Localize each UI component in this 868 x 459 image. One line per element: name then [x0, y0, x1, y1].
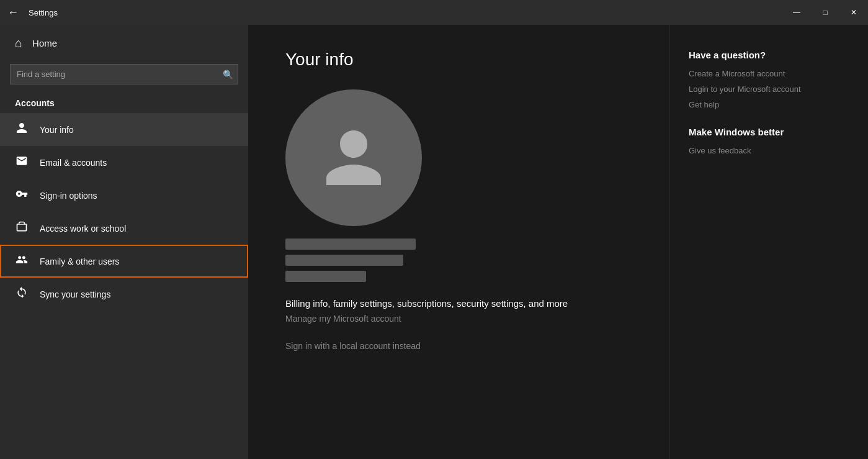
sidebar-item-access-work[interactable]: Access work or school	[0, 212, 248, 245]
have-question-title: Have a question?	[689, 50, 849, 60]
titlebar: ← Settings — □ ✕	[0, 0, 868, 25]
content-area: Your info Billing info, family settings,…	[248, 25, 669, 459]
avatar	[285, 89, 422, 226]
close-button[interactable]: ✕	[839, 0, 868, 25]
avatar-person-icon	[320, 124, 388, 192]
home-icon: ⌂	[15, 36, 22, 50]
family-icon	[15, 253, 29, 269]
right-panel: Have a question? Create a Microsoft acco…	[669, 25, 868, 459]
window-controls: — □ ✕	[782, 0, 868, 25]
sidebar: ⌂ Home 🔍 Accounts Your info Email & acco…	[0, 25, 248, 459]
make-better-title: Make Windows better	[689, 127, 849, 137]
search-icon: 🔍	[223, 70, 233, 80]
have-question-section: Have a question? Create a Microsoft acco…	[689, 50, 849, 109]
profile-section: Billing info, family settings, subscript…	[285, 89, 632, 351]
key-icon	[15, 188, 29, 203]
get-help-link[interactable]: Get help	[689, 100, 849, 109]
redacted-email-bar	[285, 255, 403, 266]
sidebar-item-your-info[interactable]: Your info	[0, 113, 248, 146]
search-input[interactable]	[10, 64, 238, 84]
sidebar-item-sync[interactable]: Sync your settings	[0, 278, 248, 311]
page-title: Your info	[285, 50, 632, 70]
maximize-button[interactable]: □	[811, 0, 839, 25]
sidebar-label-sync: Sync your settings	[40, 289, 110, 299]
sync-icon	[15, 286, 29, 302]
person-icon	[15, 122, 29, 137]
make-better-section: Make Windows better Give us feedback	[689, 127, 849, 155]
back-button[interactable]: ←	[7, 7, 19, 18]
redacted-name-bar	[285, 239, 416, 250]
email-icon	[15, 155, 29, 170]
sidebar-label-your-info: Your info	[40, 125, 74, 135]
sidebar-item-family[interactable]: Family & other users	[0, 245, 248, 278]
billing-info-text: Billing info, family settings, subscript…	[285, 297, 608, 311]
sidebar-item-sign-in[interactable]: Sign-in options	[0, 179, 248, 212]
sidebar-home-label: Home	[32, 38, 57, 48]
sidebar-item-home[interactable]: ⌂ Home	[0, 25, 248, 61]
minimize-button[interactable]: —	[782, 0, 811, 25]
give-feedback-link[interactable]: Give us feedback	[689, 146, 849, 155]
briefcase-icon	[15, 220, 29, 236]
redacted-extra-bar	[285, 271, 366, 282]
sidebar-search-container: 🔍	[10, 64, 238, 84]
sidebar-label-email-accounts: Email & accounts	[40, 158, 107, 168]
manage-account-link[interactable]: Manage my Microsoft account	[285, 314, 632, 324]
sidebar-section-label: Accounts	[0, 89, 248, 113]
login-account-link[interactable]: Login to your Microsoft account	[689, 84, 849, 94]
sidebar-item-email-accounts[interactable]: Email & accounts	[0, 146, 248, 179]
app-title: Settings	[29, 8, 58, 17]
user-info-redacted	[285, 239, 632, 282]
main-layout: ⌂ Home 🔍 Accounts Your info Email & acco…	[0, 25, 868, 459]
sidebar-label-access-work: Access work or school	[40, 224, 126, 234]
sidebar-label-family: Family & other users	[40, 257, 119, 266]
create-account-link[interactable]: Create a Microsoft account	[689, 69, 849, 78]
sign-in-local-link[interactable]: Sign in with a local account instead	[285, 341, 632, 351]
sidebar-label-sign-in: Sign-in options	[40, 191, 97, 201]
